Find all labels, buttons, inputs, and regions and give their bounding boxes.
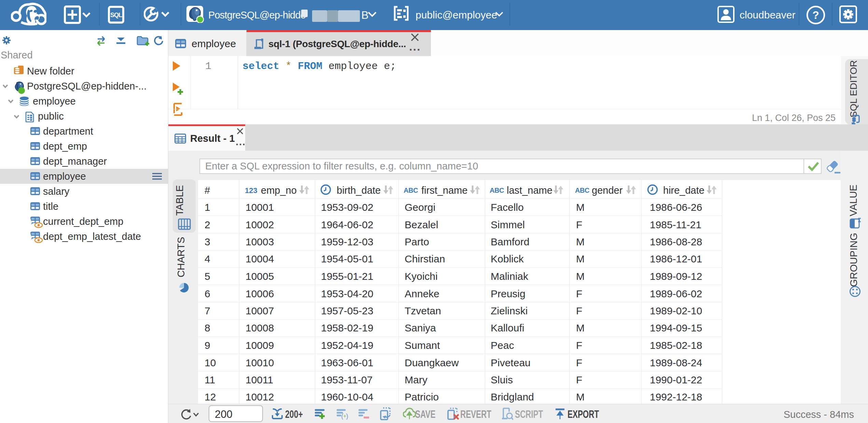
svg-text:?: ?: [812, 9, 819, 21]
svg-text:SQL: SQL: [110, 12, 122, 18]
svg-text:): ): [346, 412, 348, 420]
